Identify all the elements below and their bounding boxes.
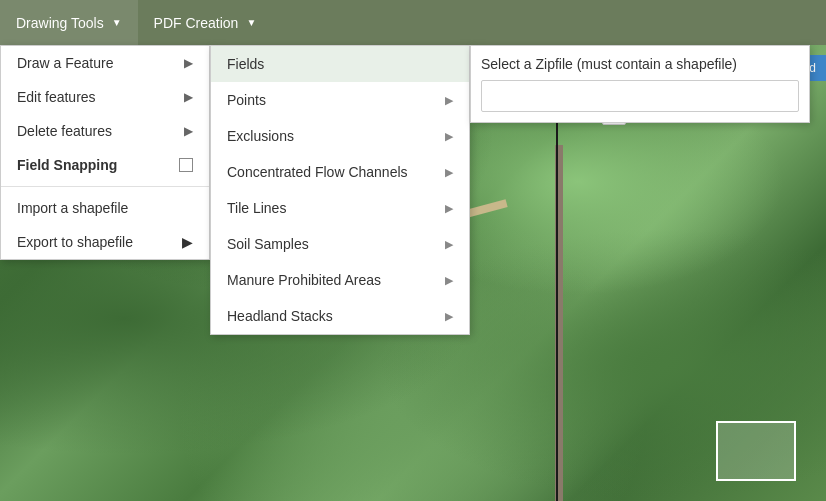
shapefile-headland-item[interactable]: Headland Stacks ▶ xyxy=(211,298,469,334)
edit-features-label: Edit features xyxy=(17,89,96,105)
manure-arrow: ▶ xyxy=(445,274,453,287)
shapefile-tile-lines-label: Tile Lines xyxy=(227,200,286,216)
drawing-tools-label: Drawing Tools xyxy=(16,15,104,31)
shapefile-soil-samples-item[interactable]: Soil Samples ▶ xyxy=(211,226,469,262)
zipfile-input[interactable] xyxy=(481,80,799,112)
shapefile-exclusions-label: Exclusions xyxy=(227,128,294,144)
headland-arrow: ▶ xyxy=(445,310,453,323)
pdf-creation-arrow: ▼ xyxy=(246,17,256,28)
map-feature-box xyxy=(716,421,796,481)
flow-channels-arrow: ▶ xyxy=(445,166,453,179)
export-shapefile-item[interactable]: Export to shapefile ▶ xyxy=(1,225,209,259)
draw-feature-item[interactable]: Draw a Feature ▶ xyxy=(1,46,209,80)
shapefile-exclusions-item[interactable]: Exclusions ▶ xyxy=(211,118,469,154)
pdf-creation-button[interactable]: PDF Creation ▼ xyxy=(138,0,273,45)
delete-features-item[interactable]: Delete features ▶ xyxy=(1,114,209,148)
tile-lines-arrow: ▶ xyxy=(445,202,453,215)
shapefile-soil-samples-label: Soil Samples xyxy=(227,236,309,252)
field-snapping-label: Field Snapping xyxy=(17,157,117,173)
zipfile-label: Select a Zipfile (must contain a shapefi… xyxy=(481,56,799,72)
delete-features-label: Delete features xyxy=(17,123,112,139)
import-shapefile-label: Import a shapefile xyxy=(17,200,128,216)
shapefile-manure-label: Manure Prohibited Areas xyxy=(227,272,381,288)
export-shapefile-arrow: ▶ xyxy=(182,234,193,250)
field-snapping-checkbox[interactable] xyxy=(179,158,193,172)
drawing-tools-menu: Draw a Feature ▶ Edit features ▶ Delete … xyxy=(0,45,210,260)
zipfile-panel: Select a Zipfile (must contain a shapefi… xyxy=(470,45,810,123)
shapefile-tile-lines-item[interactable]: Tile Lines ▶ xyxy=(211,190,469,226)
shapefile-points-label: Points xyxy=(227,92,266,108)
pdf-creation-label: PDF Creation xyxy=(154,15,239,31)
shapefile-fields-label: Fields xyxy=(227,56,264,72)
shapefile-manure-item[interactable]: Manure Prohibited Areas ▶ xyxy=(211,262,469,298)
edit-features-arrow: ▶ xyxy=(184,90,193,104)
toolbar: Drawing Tools ▼ PDF Creation ▼ xyxy=(0,0,826,45)
shapefile-flow-channels-item[interactable]: Concentrated Flow Channels ▶ xyxy=(211,154,469,190)
shapefile-flow-channels-label: Concentrated Flow Channels xyxy=(227,164,408,180)
shapefile-submenu: Fields Points ▶ Exclusions ▶ Concentrate… xyxy=(210,45,470,335)
points-arrow: ▶ xyxy=(445,94,453,107)
shapefile-points-item[interactable]: Points ▶ xyxy=(211,82,469,118)
shapefile-headland-label: Headland Stacks xyxy=(227,308,333,324)
import-shapefile-item[interactable]: Import a shapefile xyxy=(1,191,209,225)
field-snapping-item[interactable]: Field Snapping xyxy=(1,148,209,182)
shapefile-fields-item[interactable]: Fields xyxy=(211,46,469,82)
delete-features-arrow: ▶ xyxy=(184,124,193,138)
draw-feature-label: Draw a Feature xyxy=(17,55,113,71)
draw-feature-arrow: ▶ xyxy=(184,56,193,70)
soil-samples-arrow: ▶ xyxy=(445,238,453,251)
menu-separator xyxy=(1,186,209,187)
drawing-tools-arrow: ▼ xyxy=(112,17,122,28)
drawing-tools-button[interactable]: Drawing Tools ▼ xyxy=(0,0,138,45)
exclusions-arrow: ▶ xyxy=(445,130,453,143)
export-shapefile-label: Export to shapefile xyxy=(17,234,133,250)
edit-features-item[interactable]: Edit features ▶ xyxy=(1,80,209,114)
